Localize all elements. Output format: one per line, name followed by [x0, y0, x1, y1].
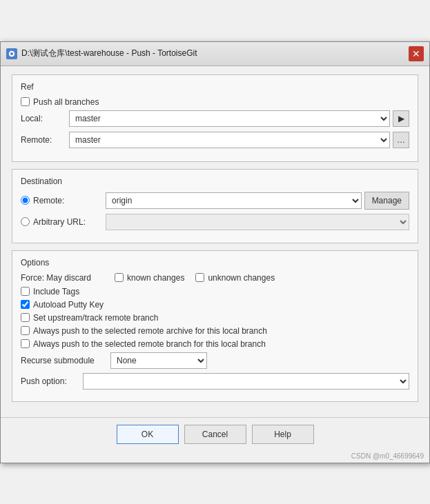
arbitrary-url-select[interactable]: [106, 214, 409, 230]
local-label: Local:: [21, 114, 69, 123]
manage-button[interactable]: Manage: [364, 192, 409, 210]
local-control-wrap: master ▶: [69, 110, 409, 127]
always-push-branch-checkbox[interactable]: [21, 339, 30, 348]
window-title: D:\测试仓库\test-warehouse - Push - Tortoise…: [21, 48, 197, 59]
force-row: Force: May discard known changes unknown…: [21, 273, 409, 283]
local-select[interactable]: master: [69, 110, 390, 127]
set-upstream-row: Set upstream/track remote branch: [21, 313, 409, 323]
autoload-putty-row: Autoload Putty Key: [21, 300, 409, 310]
unknown-changes-label[interactable]: unknown changes: [208, 273, 275, 283]
help-button[interactable]: Help: [252, 425, 314, 444]
unknown-changes-checkbox[interactable]: [195, 273, 204, 282]
titlebar: D:\测试仓库\test-warehouse - Push - Tortoise…: [1, 42, 429, 66]
always-push-branch-row: Always push to the selected remote branc…: [21, 339, 409, 349]
options-section-title: Options: [21, 258, 409, 268]
include-tags-row: Include Tags: [21, 287, 409, 296]
cancel-button[interactable]: Cancel: [184, 425, 246, 444]
remote-dest-label[interactable]: Remote:: [33, 196, 102, 205]
known-changes-label[interactable]: known changes: [127, 273, 184, 283]
force-label: Force: May discard: [21, 273, 104, 283]
remote-ref-control-wrap: master …: [69, 132, 409, 148]
include-tags-label[interactable]: Include Tags: [33, 287, 79, 296]
push-all-branches-label[interactable]: Push all branches: [33, 97, 99, 107]
remote-ref-dots-button[interactable]: …: [393, 132, 409, 148]
unknown-changes-wrap: unknown changes: [195, 273, 275, 283]
push-all-branches-row: Push all branches: [21, 97, 409, 107]
remote-label-row: Remote: master …: [21, 132, 409, 148]
close-button[interactable]: ✕: [409, 46, 424, 61]
local-arrow-button[interactable]: ▶: [393, 110, 409, 127]
ref-section-title: Ref: [21, 82, 409, 92]
push-option-select[interactable]: [83, 373, 409, 390]
remote-ref-select[interactable]: master: [69, 132, 390, 148]
known-changes-wrap: known changes: [115, 273, 184, 283]
always-push-archive-checkbox[interactable]: [21, 326, 30, 335]
ok-button[interactable]: OK: [117, 425, 179, 444]
remote-dest-radio[interactable]: [21, 196, 30, 205]
set-upstream-label[interactable]: Set upstream/track remote branch: [33, 313, 158, 323]
main-window: D:\测试仓库\test-warehouse - Push - Tortoise…: [0, 41, 430, 463]
arbitrary-url-radio[interactable]: [21, 217, 30, 226]
push-all-branches-checkbox[interactable]: [21, 97, 30, 106]
push-option-row: Push option:: [21, 373, 409, 390]
always-push-branch-label[interactable]: Always push to the selected remote branc…: [33, 339, 266, 349]
destination-section: Destination Remote: origin Manage Arbitr…: [12, 169, 418, 243]
local-row: Local: master ▶: [21, 110, 409, 127]
svg-point-1: [10, 52, 13, 55]
titlebar-left: D:\测试仓库\test-warehouse - Push - Tortoise…: [6, 48, 197, 59]
push-option-label: Push option:: [21, 376, 83, 386]
recurse-select[interactable]: None Check On-demand Yes: [110, 352, 207, 369]
destination-section-title: Destination: [21, 177, 409, 186]
autoload-putty-checkbox[interactable]: [21, 300, 30, 309]
dialog-content: Ref Push all branches Local: master ▶ Re…: [1, 66, 429, 417]
remote-ref-label: Remote:: [21, 135, 69, 145]
app-icon: [6, 48, 17, 59]
autoload-putty-label[interactable]: Autoload Putty Key: [33, 300, 104, 310]
include-tags-checkbox[interactable]: [21, 287, 30, 296]
recurse-row: Recurse submodule None Check On-demand Y…: [21, 352, 409, 369]
recurse-label: Recurse submodule: [21, 356, 110, 365]
always-push-archive-label[interactable]: Always push to the selected remote archi…: [33, 326, 267, 336]
watermark: CSDN @m0_46699649: [1, 451, 429, 463]
ref-section: Ref Push all branches Local: master ▶ Re…: [12, 74, 418, 162]
arbitrary-url-row: Arbitrary URL:: [21, 214, 409, 230]
remote-dest-row: Remote: origin Manage: [21, 192, 409, 210]
options-section: Options Force: May discard known changes…: [12, 250, 418, 402]
always-push-archive-row: Always push to the selected remote archi…: [21, 326, 409, 336]
remote-dest-select[interactable]: origin: [106, 192, 362, 209]
arbitrary-url-label[interactable]: Arbitrary URL:: [33, 217, 102, 227]
button-bar: OK Cancel Help: [1, 417, 429, 451]
set-upstream-checkbox[interactable]: [21, 313, 30, 322]
known-changes-checkbox[interactable]: [115, 273, 124, 282]
